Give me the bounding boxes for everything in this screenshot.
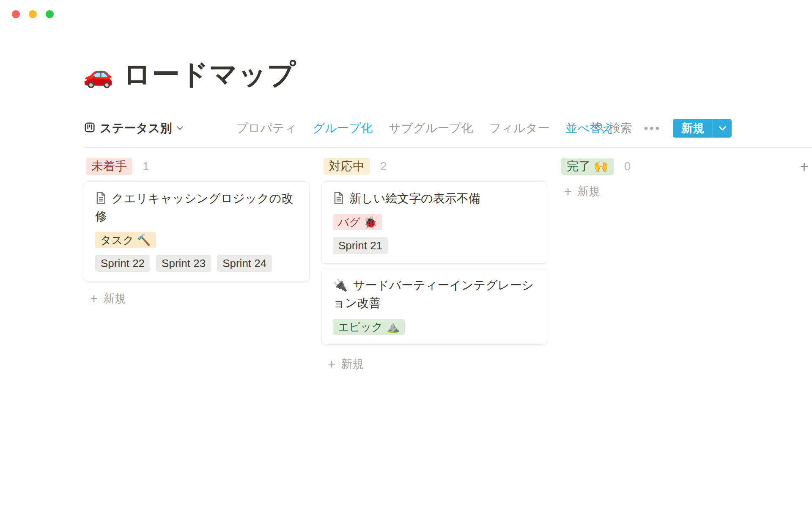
- window-controls: [12, 10, 54, 18]
- page-icon-car[interactable]: 🚗: [83, 62, 113, 87]
- search-icon: [594, 121, 605, 135]
- card-query-caching[interactable]: クエリキャッシングロジックの改修 タスク 🔨 Sprint 22 Sprint …: [84, 181, 310, 282]
- chevron-down-icon: [177, 124, 183, 132]
- board-column-done: 完了 🙌 0 + 新規: [559, 157, 785, 199]
- new-button-label[interactable]: 新規: [673, 119, 713, 138]
- column-header: 未着手 1: [84, 157, 310, 175]
- new-card-label: 新規: [341, 356, 364, 372]
- tag-row: タスク 🔨: [95, 232, 298, 248]
- close-window-button[interactable]: [12, 10, 20, 18]
- view-switcher[interactable]: ステータス別: [84, 119, 183, 138]
- column-header: 完了 🙌 0: [559, 157, 785, 175]
- card-title-text: 新しい絵文字の表示不備: [349, 192, 480, 205]
- sprint-row: Sprint 22 Sprint 23 Sprint 24: [95, 255, 298, 272]
- status-badge-done[interactable]: 完了 🙌: [561, 158, 614, 175]
- toolbar-right: 検索 ••• 新規: [594, 119, 732, 138]
- tag-epic: エピック ⛰️: [333, 319, 405, 335]
- search-label: 検索: [609, 120, 632, 136]
- menu-item-group-by[interactable]: グループ化: [313, 120, 373, 136]
- board-view-icon: [84, 122, 95, 135]
- minimize-window-button[interactable]: [29, 10, 37, 18]
- status-badge-in-progress[interactable]: 対応中: [324, 158, 370, 175]
- sprint-row: Sprint 21: [333, 237, 536, 254]
- zoom-window-button[interactable]: [46, 10, 54, 18]
- tag-sprint: Sprint 21: [333, 237, 388, 254]
- card-emoji-display-bug[interactable]: 新しい絵文字の表示不備 バグ 🐞 Sprint 21: [321, 181, 547, 264]
- tag-row: バグ 🐞: [333, 214, 536, 230]
- plus-icon: +: [328, 358, 335, 371]
- new-card-button[interactable]: + 新規: [84, 291, 310, 306]
- column-count: 1: [143, 160, 149, 173]
- card-title-text: クエリキャッシングロジックの改修: [95, 192, 293, 223]
- search-button[interactable]: 検索: [594, 120, 632, 136]
- tag-sprint: Sprint 24: [217, 255, 272, 272]
- plug-icon: 🔌: [333, 279, 348, 292]
- column-header: 対応中 2: [321, 157, 547, 175]
- add-group-button[interactable]: +: [800, 159, 809, 174]
- tag-row: エピック ⛰️: [333, 319, 536, 335]
- plus-icon: +: [90, 292, 98, 305]
- new-card-label: 新規: [103, 291, 126, 306]
- tag-sprint: Sprint 23: [156, 255, 211, 272]
- new-card-button[interactable]: + 新規: [321, 356, 547, 372]
- card-title: 🔌サードバーティーインテグレーション改善: [333, 276, 536, 312]
- new-card-label: 新規: [577, 184, 600, 199]
- new-button-chevron-icon[interactable]: [713, 119, 732, 138]
- status-badge-not-started[interactable]: 未着手: [86, 158, 132, 175]
- board-column-not-started: 未着手 1 クエリキャッシングロジックの改修 タスク 🔨 Sprint 22 S…: [84, 157, 310, 306]
- page-title[interactable]: ロードマップ: [123, 58, 296, 91]
- card-title: クエリキャッシングロジックの改修: [95, 190, 298, 225]
- new-button[interactable]: 新規: [673, 119, 732, 138]
- card-title: 新しい絵文字の表示不備: [333, 190, 536, 207]
- document-icon: [333, 190, 349, 207]
- tag-sprint: Sprint 22: [95, 255, 150, 272]
- toolbar-divider: [84, 147, 812, 148]
- page-header: 🚗 ロードマップ: [83, 58, 296, 91]
- menu-item-properties[interactable]: プロパティ: [236, 120, 296, 136]
- new-card-button[interactable]: + 新規: [559, 184, 785, 199]
- column-count: 2: [380, 160, 387, 173]
- view-name: ステータス別: [100, 120, 172, 136]
- document-icon: [95, 190, 112, 207]
- card-third-party-integration[interactable]: 🔌サードバーティーインテグレーション改善 エピック ⛰️: [321, 268, 547, 345]
- menu-item-subgroup-by[interactable]: サブグループ化: [389, 120, 473, 136]
- tag-bug: バグ 🐞: [333, 214, 382, 230]
- card-title-text: サードバーティーインテグレーション改善: [333, 279, 534, 309]
- view-options-menu: プロパティ グループ化 サブグループ化 フィルター 並べ替え: [236, 119, 613, 138]
- view-toolbar: ステータス別 プロパティ グループ化 サブグループ化 フィルター 並べ替え 検索…: [0, 119, 812, 138]
- tag-task: タスク 🔨: [95, 232, 156, 248]
- menu-item-filter[interactable]: フィルター: [489, 120, 550, 136]
- board-column-in-progress: 対応中 2 新しい絵文字の表示不備 バグ 🐞 Sprint 21 🔌サードバーテ…: [321, 157, 547, 372]
- plus-icon: +: [564, 185, 572, 198]
- more-options-icon[interactable]: •••: [644, 123, 661, 134]
- column-count: 0: [624, 160, 631, 173]
